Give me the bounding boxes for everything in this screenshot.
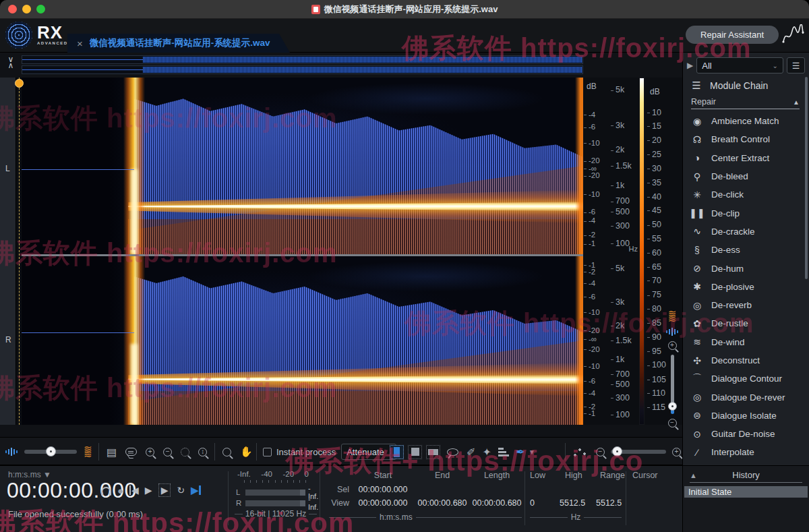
overview-waveform-left[interactable] (22, 55, 583, 64)
history-collapse-icon[interactable]: ▲ (690, 471, 717, 479)
repair-section-header[interactable]: Repair ▲ (691, 97, 800, 109)
monitor-icon[interactable] (101, 487, 111, 494)
module-list-item[interactable]: ⊜ Dialogue Isolate (683, 407, 809, 425)
module-list-item[interactable]: ❚❚ De-clip (683, 204, 809, 222)
loop-button[interactable]: ↻ (177, 485, 185, 495)
timeline-zoom-slider[interactable] (611, 450, 666, 454)
module-list-item[interactable]: ⊘ De-hum (683, 259, 809, 277)
zoom-out-vertical-icon[interactable]: − (668, 419, 677, 427)
frequency-tick: 2k (611, 145, 624, 154)
waveform-mix-icon[interactable] (5, 447, 18, 456)
annotation-icon[interactable] (125, 448, 137, 456)
amplitude-tick: -4 (584, 389, 595, 397)
module-list-item[interactable]: ⚲ De-bleed (683, 167, 809, 185)
lasso-tool-icon[interactable] (447, 448, 458, 456)
module-list-item[interactable]: ⊙ Guitar De-noise (683, 425, 809, 443)
time-selection-tool[interactable] (390, 445, 404, 459)
history-list-item[interactable]: Initial State (684, 486, 808, 498)
module-label: De-wind (711, 337, 745, 347)
selection-start-value[interactable]: 00:00:00.000 (353, 485, 413, 494)
waveform-view-icon[interactable] (666, 327, 678, 336)
module-list-item[interactable]: ☊ Breath Control (683, 130, 809, 148)
view-length-value[interactable]: 00:00:00.680 (471, 498, 523, 508)
slider-knob[interactable] (612, 446, 622, 456)
frequency-range-value[interactable]: 5512.5 (596, 498, 622, 508)
waveform-spectrogram-slider[interactable] (24, 450, 77, 454)
spectrogram-right-channel[interactable] (22, 256, 583, 425)
module-filter-select[interactable]: All ⌄ (696, 57, 783, 73)
zoom-fit-icon[interactable]: ↕ (198, 448, 207, 456)
instant-process-checkbox[interactable] (263, 448, 272, 456)
zoom-selection-icon[interactable] (181, 448, 189, 456)
close-window-button[interactable] (8, 5, 17, 13)
module-list-item[interactable]: ∕ Interpolate (683, 443, 809, 461)
process-mode-select[interactable]: Attenuate ⌄ (341, 444, 396, 460)
blend-slider[interactable] (671, 355, 674, 414)
amplitude-tick: -6 (584, 208, 595, 216)
zoom-in-icon[interactable]: + (146, 448, 154, 456)
play-button[interactable]: ▶ (145, 485, 152, 495)
amplitude-tick: -10 (584, 308, 600, 316)
module-chain-item[interactable]: ☰ Module Chain (683, 77, 809, 94)
module-icon: § (683, 245, 711, 256)
preview-play-icon[interactable]: ▶ (687, 61, 693, 70)
minimize-window-button[interactable] (22, 5, 31, 13)
view-end-value[interactable]: 00:00:00.680 (413, 498, 472, 508)
spectrogram-view-icon[interactable]: ≋≋ (668, 311, 677, 322)
module-list-item[interactable]: ✣ Deconstruct (683, 351, 809, 370)
feather-tool-icon[interactable]: ✒ (516, 445, 525, 459)
module-list-item[interactable]: ✳ De-click (683, 185, 809, 204)
module-list-item[interactable]: ◎ De-reverb (683, 296, 809, 314)
play-selection-button[interactable]: ▶ (158, 483, 171, 497)
spectrogram-mix-icon[interactable]: ≋≋ (84, 446, 92, 458)
module-list-item[interactable]: ⌒ Dialogue Contour (683, 370, 809, 388)
spectrogram-left-channel[interactable] (22, 78, 583, 254)
zoom-out-icon[interactable]: − (163, 448, 172, 456)
record-button[interactable]: ● (117, 485, 123, 496)
magic-wand-tool-icon[interactable]: ✦ (482, 446, 491, 459)
maximize-window-button[interactable] (36, 5, 45, 13)
module-list-item[interactable]: ✿ De-rustle (683, 314, 809, 332)
repair-assistant-button[interactable]: Repair Assistant (686, 26, 779, 44)
overview-waveform-right[interactable] (22, 65, 583, 74)
module-list-item[interactable]: ◑ Center Extract (683, 149, 809, 167)
clipboard-icon[interactable]: ▤ (107, 446, 117, 459)
feather-dropdown-icon[interactable]: ▼ (529, 448, 535, 456)
meter-scale: -Inf.-40-200 (237, 470, 309, 478)
module-list-item[interactable]: ✱ De-plosive (683, 278, 809, 296)
blend-slider-knob[interactable] (668, 402, 677, 411)
panel-scrollbar[interactable] (805, 77, 808, 279)
module-list-item[interactable]: ◉ Ambience Match (683, 112, 809, 130)
brush-tool-icon[interactable]: ✐ (467, 446, 475, 459)
spectrogram-canvas[interactable] (22, 78, 583, 425)
play-to-end-button[interactable]: ▶ (191, 485, 201, 495)
zoom-in-vertical-icon[interactable]: + (668, 341, 677, 350)
legend-tick: 70 (647, 276, 661, 285)
module-list-item[interactable]: § De-ess (683, 241, 809, 259)
overview-collapse-icon[interactable]: ∨∧ (5, 57, 16, 69)
frequency-high-value[interactable]: 5512.5 (560, 498, 585, 508)
panel-menu-button[interactable]: ☰ (787, 57, 805, 73)
playhead-handle[interactable] (15, 79, 24, 88)
hand-tool-icon[interactable]: ✋ (240, 446, 253, 458)
spectrogram-color-legend[interactable] (639, 78, 645, 425)
timeline-zoom-out-icon[interactable]: − (596, 448, 605, 456)
timeline-zoom-in-icon[interactable]: + (672, 448, 681, 456)
slider-knob[interactable] (46, 446, 56, 456)
selection-info: Start End Length Sel 00:00:00.000 View 0… (326, 466, 523, 532)
node-tool-icon[interactable] (573, 447, 587, 457)
view-start-value[interactable]: 00:00:00.000 (353, 498, 413, 508)
module-list-item[interactable]: ∿ De-crackle (683, 223, 809, 241)
collapse-section-icon[interactable]: ▲ (793, 98, 800, 106)
return-to-start-button[interactable]: ◀ (129, 485, 139, 495)
time-frequency-selection-tool[interactable] (408, 445, 422, 459)
magnify-tool-icon[interactable] (222, 448, 231, 456)
wand-settings-icon[interactable] (498, 448, 509, 456)
playhead-line[interactable] (19, 78, 20, 425)
module-list-item[interactable]: ≋ De-wind (683, 333, 809, 351)
file-tab[interactable]: × 微信视频通话挂断声-网站应用-系统提示.wav (67, 34, 290, 53)
tab-close-icon[interactable]: × (77, 38, 83, 49)
module-list-item[interactable]: ◎ Dialogue De-rever (683, 388, 809, 406)
frequency-selection-tool[interactable] (426, 445, 440, 459)
frequency-low-value[interactable]: 0 (530, 498, 535, 508)
